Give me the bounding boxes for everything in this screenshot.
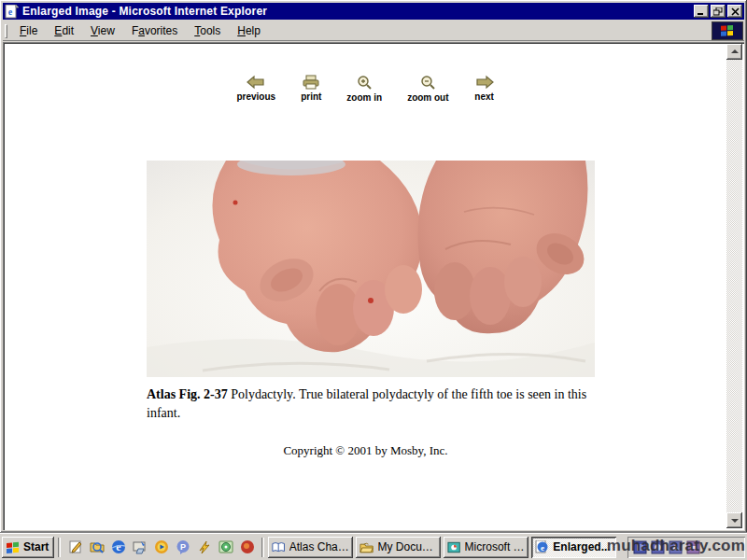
- book-icon: [272, 541, 285, 553]
- up-arrow-icon: [731, 49, 739, 53]
- menu-help[interactable]: Help: [229, 22, 269, 39]
- taskbar-window-label: Microsoft P...: [465, 540, 526, 553]
- figure-caption: Atlas Fig. 2-37 Polydactyly. True bilate…: [147, 385, 597, 424]
- svg-text:e: e: [8, 7, 13, 17]
- scroll-down-button[interactable]: [726, 512, 742, 528]
- figure-image-polydactyly: [147, 161, 595, 377]
- winamp-icon[interactable]: [196, 539, 212, 555]
- restore-icon: [713, 7, 723, 16]
- menu-favorites[interactable]: Favorites: [123, 22, 186, 39]
- menu-view[interactable]: View: [82, 22, 123, 39]
- tray-icon-4[interactable]: [686, 540, 700, 554]
- infant-feet-photo: [147, 161, 595, 377]
- next-button[interactable]: next: [474, 75, 495, 103]
- realplayer-icon[interactable]: [239, 539, 255, 555]
- tray-icon-1[interactable]: [633, 540, 647, 554]
- taskbar-window-atlas-chapter[interactable]: Atlas Chapt...: [268, 537, 353, 558]
- browser-content: previous print zoom in: [3, 42, 744, 530]
- taskbar-window-label: Atlas Chapt...: [289, 540, 350, 553]
- quick-launch-bar: e P: [64, 539, 258, 555]
- taskbar-separator: [261, 538, 264, 557]
- zoom-out-label: zoom out: [407, 92, 448, 103]
- cd-app-icon[interactable]: [218, 539, 233, 555]
- taskbar-window-label: My Docum...: [378, 540, 438, 553]
- restore-button[interactable]: [711, 5, 726, 18]
- minimize-icon: [697, 7, 706, 16]
- svg-text:e: e: [541, 543, 544, 553]
- taskbar-window-enlarged-image[interactable]: e Enlarged...: [531, 537, 616, 558]
- svg-text:e: e: [116, 540, 121, 553]
- vertical-scrollbar[interactable]: [726, 44, 742, 528]
- page-body: previous print zoom in: [5, 44, 726, 528]
- menu-bar: File Edit View Favorites Tools Help: [3, 21, 744, 41]
- ie-page-icon: e: [5, 5, 20, 19]
- zoom-in-button[interactable]: zoom in: [346, 75, 382, 103]
- previous-button[interactable]: previous: [236, 75, 275, 103]
- search-folder-icon[interactable]: [89, 539, 105, 555]
- close-button[interactable]: [727, 5, 742, 18]
- figure-caption-number: Atlas Fig. 2-37: [147, 387, 228, 401]
- printer-icon: [302, 75, 320, 90]
- messenger-icon[interactable]: P: [175, 539, 190, 555]
- menu-tools[interactable]: Tools: [186, 22, 229, 39]
- internet-explorer-icon: e: [535, 540, 549, 553]
- figure-nav-toolbar: previous print zoom in: [5, 75, 726, 103]
- minimize-button[interactable]: [694, 5, 709, 18]
- previous-label: previous: [236, 91, 275, 102]
- show-desktop-icon[interactable]: [132, 539, 148, 555]
- magnifier-plus-icon: [356, 75, 373, 91]
- print-button[interactable]: print: [301, 75, 321, 103]
- scrollbar-track[interactable]: [726, 60, 742, 512]
- taskbar-separator: [58, 538, 61, 557]
- tray-icon-3[interactable]: [669, 540, 683, 554]
- menu-file[interactable]: File: [11, 22, 46, 39]
- titlebar: e Enlarged Image - Microsoft Internet Ex…: [3, 3, 744, 20]
- windows-logo-throbber: [712, 21, 743, 40]
- taskbar-window-microsoft-p[interactable]: Microsoft P...: [444, 537, 529, 558]
- next-label: next: [474, 91, 494, 102]
- copyright-line: Copyright © 2001 by Mosby, Inc.: [5, 443, 726, 458]
- close-icon: [731, 7, 740, 16]
- app-window-icon: [447, 541, 460, 553]
- down-arrow-icon: [731, 519, 739, 523]
- magnifier-minus-icon: [419, 75, 436, 91]
- system-tray: [627, 537, 745, 558]
- taskbar-window-my-documents[interactable]: My Docum...: [356, 537, 441, 558]
- browser-window: e Enlarged Image - Microsoft Internet Ex…: [0, 0, 747, 533]
- windows-flag-icon: [6, 540, 21, 553]
- internet-explorer-icon[interactable]: e: [110, 539, 126, 555]
- menu-edit[interactable]: Edit: [46, 22, 82, 39]
- taskbar-window-label: Enlarged...: [553, 540, 610, 553]
- start-label: Start: [23, 540, 49, 553]
- zoom-in-label: zoom in: [346, 92, 382, 103]
- print-label: print: [301, 91, 321, 102]
- svg-text:P: P: [180, 542, 186, 552]
- arrow-right-icon: [474, 75, 495, 90]
- media-player-icon[interactable]: [153, 539, 169, 555]
- tray-icon-2[interactable]: [651, 540, 665, 554]
- taskbar: Start e P: [0, 533, 747, 560]
- folder-icon: [359, 541, 374, 553]
- windows-flag-icon: [719, 23, 736, 38]
- window-title: Enlarged Image - Microsoft Internet Expl…: [22, 5, 692, 18]
- new-message-icon[interactable]: [67, 539, 83, 555]
- zoom-out-button[interactable]: zoom out: [407, 75, 448, 103]
- arrow-left-icon: [246, 75, 266, 90]
- menubar-gripper[interactable]: [5, 24, 7, 38]
- scroll-up-button[interactable]: [726, 44, 742, 60]
- start-button[interactable]: Start: [2, 537, 54, 558]
